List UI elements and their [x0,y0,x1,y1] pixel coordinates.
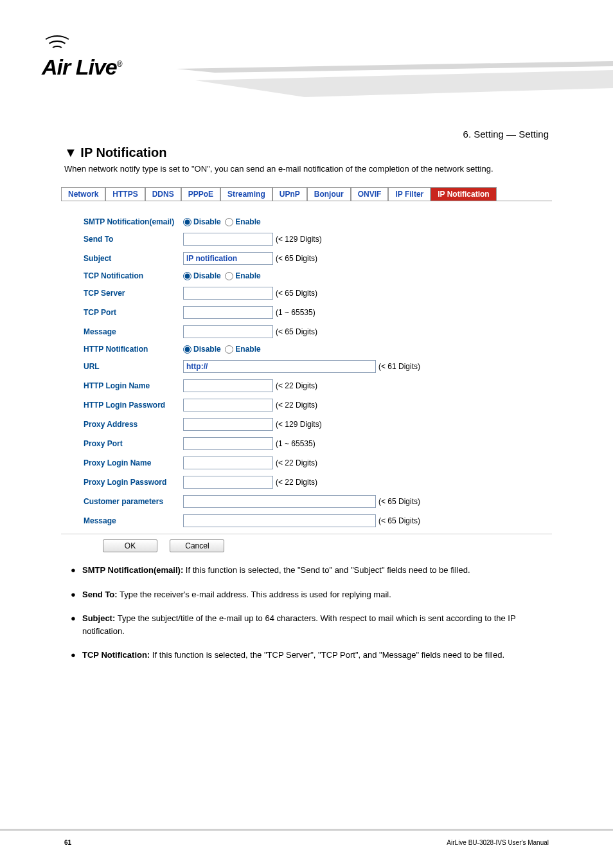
bullet-body: If this function is selected, the "Send … [183,565,470,575]
tab-https[interactable]: HTTPS [105,187,145,201]
bullet-dot-icon: ● [64,564,82,577]
radio-enable-label-3: Enable [235,345,260,354]
section-title: ▼ IP Notification [0,145,613,160]
lbl-message: Message [84,327,183,336]
bullet-body: Type the receiver's e-mail address. This… [118,590,391,599]
hint-httplogin: (< 22 Digits) [276,381,317,390]
hint-message2: (< 65 Digits) [378,516,420,525]
logo-tm: ® [117,60,122,69]
bullet-item: ● TCP Notification: If this function is … [64,649,549,662]
hint-httppass: (< 22 Digits) [276,401,317,410]
hint-tcpserver: (< 65 Digits) [276,289,317,298]
radio-tcp-disable[interactable]: Disable [183,271,221,280]
cancel-button[interactable]: Cancel [170,539,224,552]
bullet-title: Send To: [82,590,118,599]
lbl-tcpport: TCP Port [84,308,183,317]
bullet-title: TCP Notification: [82,650,150,660]
input-url[interactable] [183,360,376,373]
input-proxyaddr[interactable] [183,418,273,431]
lbl-smtp: SMTP Notification(email) [84,217,183,226]
tab-streaming[interactable]: Streaming [220,187,272,201]
form-area: SMTP Notification(email) Disable Enable … [61,217,552,528]
wifi-arcs-icon [42,35,80,55]
lbl-subject: Subject [84,254,183,263]
footer-manual-title: AirLive BU-3028-IVS User's Manual [447,839,549,846]
input-message[interactable] [183,325,273,338]
input-httppass[interactable] [183,399,273,411]
logo-name: Air Live [42,55,117,79]
hint-sendto: (< 129 Digits) [276,235,322,244]
tab-upnp[interactable]: UPnP [272,187,307,201]
lbl-proxypass: Proxy Login Password [84,478,183,487]
input-sendto[interactable] [183,233,273,246]
header-stripe-icon [176,61,613,100]
input-proxypass[interactable] [183,476,273,489]
chapter-banner: 6. Setting — Setting [463,129,549,140]
footer-page: 61 [64,839,71,846]
lbl-proxyaddr: Proxy Address [84,420,183,429]
radio-disable-label-2: Disable [193,271,221,280]
radio-http-enable[interactable]: Enable [225,345,260,354]
input-message2[interactable] [183,514,376,527]
input-proxyport[interactable] [183,437,273,450]
bullet-dot-icon: ● [64,588,82,601]
tab-network[interactable]: Network [61,187,105,201]
divider [61,534,552,534]
bullet-body: If this function is selected, the "TCP S… [150,650,504,660]
lbl-httppass: HTTP Login Password [84,401,183,410]
section-desc: When network notify type is set to "ON",… [0,163,613,176]
bullet-item: ● Subject: Type the subject/title of the… [64,612,549,637]
tab-ipfilter[interactable]: IP Filter [388,187,431,201]
input-custparam[interactable] [183,495,376,508]
input-tcpport[interactable] [183,306,273,319]
hint-url: (< 61 Digits) [378,362,420,371]
lbl-url: URL [84,362,183,371]
input-httplogin[interactable] [183,379,273,392]
radio-http-disable[interactable]: Disable [183,345,221,354]
svg-marker-0 [176,61,613,73]
hint-proxyport: (1 ~ 65535) [276,439,315,448]
bullet-list: ● SMTP Notification(email): If this func… [64,564,549,662]
input-tcpserver[interactable] [183,287,273,300]
lbl-httplogin: HTTP Login Name [84,381,183,390]
hint-proxypass: (< 22 Digits) [276,478,317,487]
footer-bar [0,829,613,831]
tab-ddns[interactable]: DDNS [145,187,181,201]
lbl-tcpserver: TCP Server [84,289,183,298]
logo-text: Air Live® [42,55,170,80]
radio-disable-label-3: Disable [193,345,221,354]
tab-onvif[interactable]: ONVIF [351,187,389,201]
hint-custparam: (< 65 Digits) [378,497,420,506]
bullet-dot-icon: ● [64,612,82,637]
lbl-tcpnotif: TCP Notification [84,271,183,280]
svg-marker-1 [195,70,613,97]
tabs-row: Network HTTPS DDNS PPPoE Streaming UPnP … [61,187,552,201]
hint-message: (< 65 Digits) [276,327,317,336]
lbl-message2: Message [84,516,183,525]
logo: Air Live® [42,35,170,80]
bullet-title: Subject: [82,613,115,623]
hint-subject: (< 65 Digits) [276,254,317,263]
bullet-dot-icon: ● [64,649,82,662]
lbl-proxyport: Proxy Port [84,439,183,448]
bullet-item: ● Send To: Type the receiver's e-mail ad… [64,588,549,601]
bullet-item: ● SMTP Notification(email): If this func… [64,564,549,577]
ok-button[interactable]: OK [103,539,157,552]
lbl-sendto: Send To [84,235,183,244]
tab-pppoe[interactable]: PPPoE [181,187,220,201]
radio-enable-label: Enable [235,217,260,226]
input-subject[interactable] [183,252,273,265]
tab-ipnotification[interactable]: IP Notification [431,187,496,201]
radio-enable-label-2: Enable [235,271,260,280]
radio-smtp-disable[interactable]: Disable [183,217,221,226]
hint-proxyaddr: (< 129 Digits) [276,420,322,429]
tab-bonjour[interactable]: Bonjour [307,187,351,201]
input-proxylogin[interactable] [183,457,273,469]
lbl-custparam: Customer parameters [84,497,183,506]
radio-smtp-enable[interactable]: Enable [225,217,260,226]
lbl-httpnotif: HTTP Notification [84,345,183,354]
lbl-proxylogin: Proxy Login Name [84,458,183,467]
hint-proxylogin: (< 22 Digits) [276,458,317,467]
radio-tcp-enable[interactable]: Enable [225,271,260,280]
bullet-title: SMTP Notification(email): [82,565,183,575]
